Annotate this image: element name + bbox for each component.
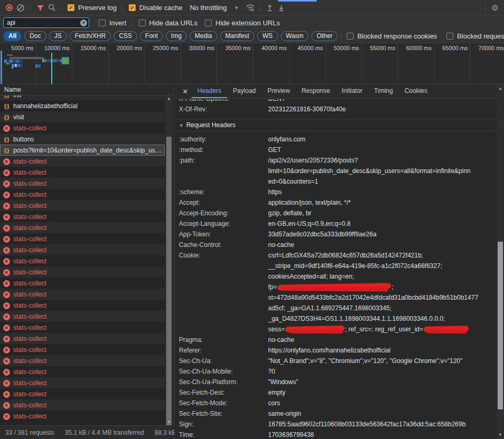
- clear-filter-icon[interactable]: ✕: [80, 20, 87, 26]
- header-row: Time:1703636799438: [175, 430, 497, 439]
- import-har-button[interactable]: [264, 2, 275, 14]
- tab-cookies[interactable]: Cookies: [398, 84, 433, 98]
- request-row[interactable]: ✕stats-collect: [0, 178, 165, 189]
- request-headers-section-header[interactable]: ▼Request Headers: [175, 119, 497, 131]
- request-row[interactable]: ✕stats-collect: [0, 167, 165, 178]
- checkbox-box[interactable]: [139, 20, 146, 26]
- header-value: 202312261916-30670fa40e: [268, 104, 497, 114]
- preserve-log-checkbox[interactable]: ✓Preserve log: [68, 4, 117, 12]
- request-row[interactable]: ✕stats-collect: [0, 122, 165, 133]
- scrollbar-thumb[interactable]: [166, 137, 172, 426]
- scroll-down-icon[interactable]: ▼: [497, 432, 504, 438]
- search-button[interactable]: [46, 2, 58, 14]
- request-row[interactable]: ✕stats-collect: [0, 377, 165, 388]
- tab-response[interactable]: Response: [296, 84, 336, 98]
- type-filter-manifest[interactable]: Manifest: [220, 31, 254, 41]
- tab-initiator[interactable]: Initiator: [336, 84, 368, 98]
- request-row[interactable]: ✕stats-collect: [0, 300, 165, 311]
- type-filter-other[interactable]: Other: [311, 31, 338, 41]
- request-row[interactable]: ✕stats-collect: [0, 244, 165, 255]
- request-row[interactable]: {:}visit: [0, 111, 165, 122]
- type-filter-js[interactable]: JS: [49, 31, 67, 41]
- header-row: X-Frame-Options:DENY: [175, 99, 497, 104]
- request-row[interactable]: ✕stats-collect: [0, 399, 165, 411]
- request-row[interactable]: ✕stats-collect: [0, 344, 165, 355]
- network-conditions-button[interactable]: [244, 2, 256, 14]
- request-row[interactable]: ✕stats-collect: [0, 366, 165, 377]
- record-button[interactable]: [3, 2, 15, 14]
- requests-scrollbar[interactable]: ▲ ▼: [165, 96, 173, 425]
- error-icon: ✕: [3, 214, 10, 221]
- request-row[interactable]: ✕stats-collect: [0, 200, 165, 211]
- type-filter-media[interactable]: Media: [189, 31, 217, 41]
- request-row[interactable]: {:}buttons: [0, 133, 165, 145]
- throttling-select[interactable]: No throttling ▼: [190, 4, 239, 12]
- name-column-header[interactable]: Name: [0, 84, 174, 96]
- close-icon[interactable]: ✕: [179, 84, 192, 98]
- request-row[interactable]: {:}posts?limit=10&order=publish_date_des…: [0, 145, 165, 156]
- request-row[interactable]: ✕stats-collect: [0, 411, 165, 422]
- request-row[interactable]: ✕stats-collect: [0, 322, 165, 333]
- type-filter-fetch-xhr[interactable]: Fetch/XHR: [70, 31, 111, 41]
- blocked-filter-checkbox[interactable]: Blocked response cookies: [347, 32, 437, 40]
- hide-extension-urls-checkbox[interactable]: Hide extension URLs: [205, 19, 280, 27]
- checkbox-box[interactable]: ✓: [68, 4, 74, 11]
- scroll-up-icon[interactable]: ▲: [497, 85, 504, 92]
- scroll-up-icon[interactable]: ▲: [165, 96, 173, 102]
- type-filter-ws[interactable]: WS: [257, 31, 278, 41]
- timeline-brush-handle[interactable]: [1, 51, 2, 84]
- tab-headers[interactable]: Headers: [192, 84, 227, 98]
- checkbox-box[interactable]: [446, 33, 453, 40]
- request-row[interactable]: ✕stats-collect: [0, 289, 165, 300]
- type-filter-font[interactable]: Font: [140, 31, 163, 41]
- request-row[interactable]: ✕stats-collect: [0, 333, 165, 344]
- request-row[interactable]: ✕stats-collect: [0, 266, 165, 278]
- tab-preview[interactable]: Preview: [262, 84, 296, 98]
- network-overview-timeline[interactable]: 5000 ms10000 ms15000 ms20000 ms25000 ms3…: [0, 43, 504, 84]
- blocked-filter-checkbox[interactable]: Blocked requests: [446, 32, 504, 40]
- error-icon-wrap: ✕: [2, 168, 11, 176]
- timeline-tick-label: 10000 ms: [44, 45, 70, 51]
- request-row[interactable]: ✕stats-collect: [0, 255, 165, 266]
- type-filter-all[interactable]: All: [3, 31, 22, 41]
- request-row[interactable]: ✕stats-collect: [0, 222, 165, 233]
- request-row[interactable]: ✕stats-collect: [0, 233, 165, 244]
- timeline-tick-label: 30000 ms: [189, 45, 214, 51]
- scrollbar-thumb[interactable]: [498, 242, 503, 409]
- request-row[interactable]: {:}hannahelizabethofficial: [0, 100, 165, 111]
- request-row[interactable]: ✕stats-collect: [0, 355, 165, 366]
- type-filter-wasm[interactable]: Wasm: [281, 31, 309, 41]
- tab-timing[interactable]: Timing: [368, 84, 399, 98]
- hide-data-urls-checkbox[interactable]: Hide data URLs: [139, 19, 198, 27]
- type-filter-img[interactable]: Img: [166, 31, 187, 41]
- request-row[interactable]: ✕stats-collect: [0, 156, 165, 167]
- header-value: en-GB,en-US;q=0.9,en;q=0.8: [268, 218, 497, 229]
- request-row[interactable]: ✕stats-collect: [0, 311, 165, 322]
- checkbox-box[interactable]: [99, 20, 106, 26]
- checkbox-box[interactable]: [205, 20, 212, 26]
- request-row[interactable]: ✕stats-collect: [0, 388, 165, 399]
- settings-button[interactable]: ⚙: [489, 2, 501, 14]
- request-row[interactable]: {:}init: [0, 96, 165, 100]
- header-name: Sec-Fetch-Mode:: [179, 398, 268, 408]
- details-scrollbar[interactable]: ▲ ▼: [497, 84, 504, 439]
- filter-button[interactable]: [34, 2, 46, 14]
- type-filter-css[interactable]: CSS: [113, 31, 137, 41]
- timeline-tick-label: 50000 ms: [334, 45, 359, 51]
- clear-button[interactable]: [15, 2, 26, 14]
- scroll-down-icon[interactable]: ▼: [165, 419, 173, 425]
- type-filter-doc[interactable]: Doc: [24, 31, 46, 41]
- request-name: stats-collect: [13, 180, 46, 187]
- request-row[interactable]: ✕stats-collect: [0, 189, 165, 200]
- invert-checkbox[interactable]: Invert: [99, 19, 127, 27]
- header-row: Sec-Fetch-Mode:cors: [175, 398, 497, 408]
- request-row[interactable]: ✕stats-collect: [0, 211, 165, 222]
- tab-payload[interactable]: Payload: [227, 84, 261, 98]
- request-row[interactable]: ✕stats-collect: [0, 278, 165, 289]
- error-icon: ✕: [3, 258, 10, 265]
- filter-input[interactable]: [3, 17, 89, 28]
- export-har-button[interactable]: [275, 2, 287, 14]
- checkbox-box[interactable]: [347, 33, 354, 40]
- checkbox-box[interactable]: ✓: [129, 4, 136, 11]
- disable-cache-checkbox[interactable]: ✓Disable cache: [129, 4, 183, 12]
